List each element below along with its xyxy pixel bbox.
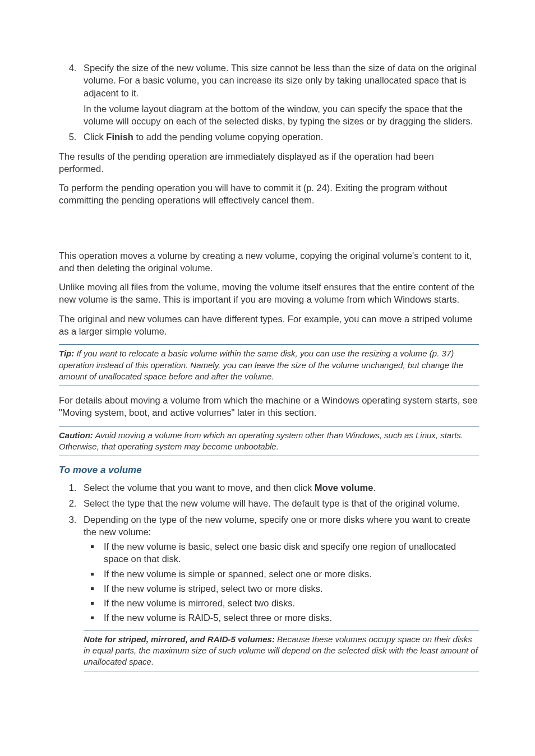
note-label: Note for striped, mirrored, and RAID-5 v… bbox=[84, 634, 275, 644]
para-commit: To perform the pending operation you wil… bbox=[59, 182, 479, 207]
para-move-unlike: Unlike moving all files from the volume,… bbox=[59, 281, 479, 306]
tip-label: Tip: bbox=[59, 349, 74, 358]
move-step-3-bullets: If the new volume is basic, select one b… bbox=[84, 540, 479, 624]
caution-box: Caution: Avoid moving a volume from whic… bbox=[59, 426, 479, 457]
move-step-1: Select the volume that you want to move,… bbox=[79, 481, 479, 494]
bullet-striped: If the new volume is striped, select two… bbox=[100, 582, 479, 595]
para-move-intro: This operation moves a volume by creatin… bbox=[59, 249, 479, 275]
step-4: Specify the size of the new volume. This… bbox=[79, 62, 479, 127]
step-5-pre: Click bbox=[84, 132, 106, 142]
step-5: Click Finish to add the pending volume c… bbox=[79, 131, 479, 143]
bullet-mirrored: If the new volume is mirrored, select tw… bbox=[100, 597, 479, 609]
para-move-details: For details about moving a volume from w… bbox=[59, 394, 479, 419]
move-step-1-pre: Select the volume that you want to move,… bbox=[84, 483, 315, 493]
move-step-3: Depending on the type of the new volume,… bbox=[79, 513, 479, 624]
step-5-post: to add the pending volume copying operat… bbox=[133, 132, 324, 142]
heading-to-move: To move a volume bbox=[59, 464, 479, 477]
bullet-raid5: If the new volume is RAID-5, select thre… bbox=[100, 611, 479, 624]
move-step-3-text: Depending on the type of the new volume,… bbox=[84, 514, 471, 537]
steps-continued: Specify the size of the new volume. This… bbox=[59, 62, 479, 143]
section-gap bbox=[59, 214, 479, 243]
para-results: The results of the pending operation are… bbox=[59, 150, 479, 175]
para-move-types: The original and new volumes can have di… bbox=[59, 313, 479, 338]
bullet-basic: If the new volume is basic, select one b… bbox=[100, 540, 479, 565]
move-step-1-bold: Move volume bbox=[315, 483, 373, 493]
tip-text: If you want to relocate a basic volume w… bbox=[59, 349, 463, 381]
page: Specify the size of the new volume. This… bbox=[0, 0, 535, 756]
bullet-simple: If the new volume is simple or spanned, … bbox=[100, 568, 479, 580]
move-step-1-post: . bbox=[373, 483, 376, 493]
note-box: Note for striped, mirrored, and RAID-5 v… bbox=[84, 630, 479, 672]
caution-text: Avoid moving a volume from which an oper… bbox=[59, 430, 463, 451]
step-5-bold: Finish bbox=[106, 132, 133, 142]
caution-label: Caution: bbox=[59, 430, 93, 440]
move-step-2: Select the type that the new volume will… bbox=[79, 497, 479, 509]
step-4-text: Specify the size of the new volume. This… bbox=[84, 63, 476, 98]
step-4-extra: In the volume layout diagram at the bott… bbox=[84, 103, 479, 128]
move-steps: Select the volume that you want to move,… bbox=[59, 481, 479, 624]
tip-box: Tip: If you want to relocate a basic vol… bbox=[59, 344, 479, 386]
